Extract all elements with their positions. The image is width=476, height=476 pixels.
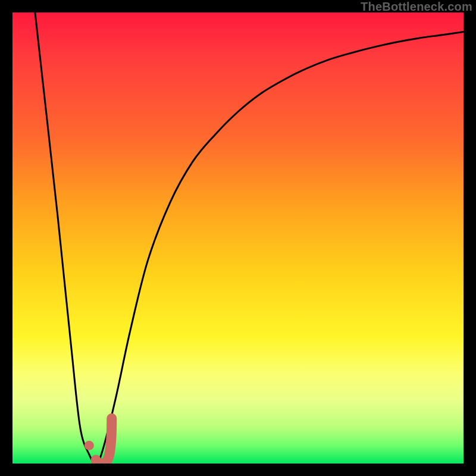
chart-svg bbox=[12, 12, 464, 464]
chart-frame: TheBottleneck.com bbox=[0, 0, 476, 476]
optimum-hook-marker bbox=[96, 418, 112, 464]
bottleneck-curve bbox=[35, 12, 464, 464]
chart-plot-area bbox=[12, 12, 464, 464]
optimum-dot-marker bbox=[84, 441, 94, 450]
watermark-text: TheBottleneck.com bbox=[361, 0, 472, 14]
